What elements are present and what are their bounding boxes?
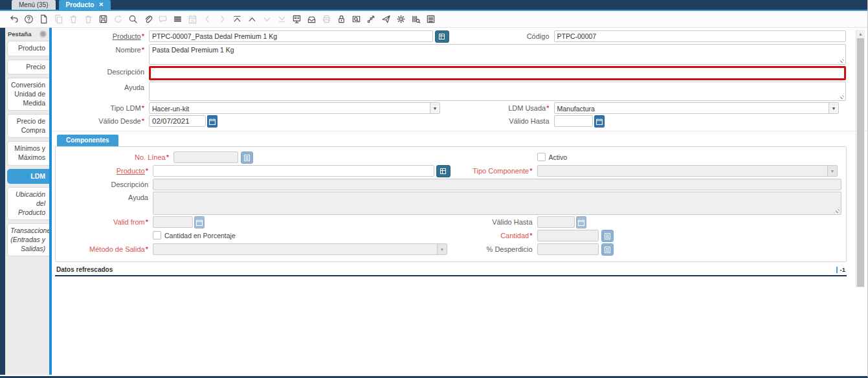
tab-menu[interactable]: Menú (35) (12, 0, 56, 10)
no-linea-label: No. Línea* (56, 151, 173, 161)
window-tab-bar: Menú (35) Producto ✕ (0, 0, 867, 11)
cantidad-porcentaje-checkbox[interactable] (153, 231, 161, 239)
scroll-up-arrow-icon[interactable]: ▲ (856, 30, 865, 38)
archive-icon[interactable] (306, 14, 317, 25)
sidebar-items: ProductoPrecioConversión Unidad de Medid… (5, 41, 49, 256)
record-info-button[interactable] (435, 30, 449, 43)
status-separator (836, 267, 838, 273)
tab-sidebar: Pestaña ProductoPrecioConversión Unidad … (5, 28, 49, 375)
find-icon[interactable] (128, 14, 138, 25)
status-bar: Datos refrescados -1 (55, 265, 847, 276)
tipo-componente-label: Tipo Componente* (451, 165, 537, 175)
row-comp-descripcion: Descripción (56, 179, 846, 190)
chevron-down-icon[interactable]: ▼ (430, 103, 440, 113)
tab-producto[interactable]: Producto ✕ (59, 0, 111, 10)
copy-record-icon (53, 14, 63, 25)
calculator-icon (605, 233, 610, 239)
comp-producto-input[interactable] (153, 165, 434, 177)
chevron-down-icon: ▼ (827, 166, 837, 176)
toolbar: 31 (0, 11, 867, 28)
new-record-icon[interactable] (38, 14, 49, 25)
sidebar-header: Pestaña (5, 29, 49, 41)
comp-ayuda-label: Ayuda (56, 192, 153, 201)
comp-descripcion-label: Descripción (56, 179, 153, 188)
sidebar-item-transacciones-entradas-y-salidas[interactable]: Transacciones (Entradas y Salidas) (7, 223, 49, 256)
product-info-icon[interactable] (410, 14, 421, 25)
comp-valido-hasta-calendar-button (576, 216, 586, 228)
preferences-icon[interactable] (395, 14, 406, 25)
save-icon[interactable] (98, 14, 108, 25)
ldm-usada-label: LDM Usada* (449, 102, 554, 112)
previous-record-icon (202, 14, 212, 25)
calendar-icon (596, 118, 603, 125)
workflow-icon[interactable] (366, 14, 376, 25)
sidebar-item-precio-de-compra[interactable]: Precio de Compra (7, 114, 49, 138)
application-window: Menú (35) Producto ✕ 31 Pestaña Producto… (0, 0, 868, 378)
tipo-ldm-select[interactable]: Hacer-un-kit ▼ (149, 102, 440, 114)
activo-checkbox[interactable] (537, 153, 546, 161)
producto-input[interactable] (149, 30, 433, 42)
next-record-icon (217, 14, 227, 25)
sidebar-item-minimos-y-maximos[interactable]: Mínimos y Máximos (7, 141, 49, 165)
valid-from-label: Valid from* (56, 216, 153, 226)
codigo-input[interactable] (554, 30, 847, 42)
sidebar-item-ubicacion-del-producto[interactable]: Ubicación del Producto (7, 187, 49, 220)
sidebar-title: Pestaña (8, 30, 31, 38)
row-validfrom-validohasta: Valid from* Válido Hasta (56, 216, 846, 228)
componentes-area: Componentes No. Línea* (52, 131, 867, 262)
calendar-icon (196, 219, 203, 226)
delete-record-icon (68, 14, 78, 25)
comp-valido-hasta-input (537, 216, 575, 228)
nombre-textarea[interactable]: Pasta Dedal Premium 1 Kg (149, 44, 846, 65)
tab-componentes[interactable]: Componentes (57, 135, 118, 146)
valido-hasta-input[interactable] (554, 115, 593, 127)
row-metodo-desperdicio: Método de Salida* ▼ % Desperdicio (56, 243, 846, 256)
record-log-icon[interactable] (172, 14, 183, 25)
form-content: Producto* Código Nombre* Pasta Dedal Pre… (52, 28, 867, 375)
help-icon[interactable] (23, 14, 34, 25)
row-nombre: Nombre* Pasta Dedal Premium 1 Kg (52, 44, 867, 65)
ayuda-label: Ayuda (52, 82, 149, 91)
porcentaje-label-spacer (56, 230, 153, 232)
grid-toggle-icon[interactable] (291, 14, 302, 25)
sidebar-item-precio[interactable]: Precio (7, 60, 49, 75)
close-icon[interactable]: ✕ (98, 2, 104, 8)
descripcion-label: Descripción (52, 66, 149, 76)
scrollbar-thumb[interactable] (857, 38, 864, 287)
status-message: Datos refrescados (56, 266, 113, 273)
valido-desde-label: Válido Desde* (52, 115, 149, 125)
descripcion-input[interactable] (149, 66, 846, 80)
row-ayuda: Ayuda (52, 82, 867, 101)
collapse-sidebar-button[interactable] (39, 30, 47, 38)
valido-desde-input[interactable] (149, 115, 206, 127)
activo-label: Activo (549, 151, 568, 161)
chevron-down-icon[interactable]: ▼ (829, 103, 838, 113)
share-icon[interactable] (381, 14, 391, 25)
delete-selection-icon (83, 14, 93, 25)
up-record-icon[interactable] (247, 14, 257, 25)
comp-record-info-button[interactable] (436, 165, 451, 177)
vertical-scrollbar[interactable]: ▲ (856, 30, 865, 287)
ldm-usada-select[interactable]: Manufactura ▼ (554, 102, 840, 114)
requests-icon: 31 (187, 14, 197, 25)
ayuda-textarea[interactable] (149, 82, 846, 101)
parent-record-icon[interactable] (232, 14, 242, 25)
private-lock-icon[interactable] (336, 14, 346, 25)
comp-producto-label: Producto* (56, 165, 153, 175)
valido-desde-calendar-button[interactable] (207, 115, 217, 128)
row-tipoldm-ldmusada: Tipo LDM* Hacer-un-kit ▼ LDM Usada* Manu… (52, 102, 867, 114)
zoom-across-icon[interactable] (351, 14, 361, 25)
cantidad-label: Cantidad* (451, 230, 537, 239)
comp-ayuda-textarea (153, 192, 841, 215)
valido-hasta-calendar-button[interactable] (594, 115, 605, 128)
undo-icon[interactable] (8, 14, 19, 25)
tab-producto-label: Producto (66, 1, 95, 8)
no-linea-input (173, 151, 238, 163)
sidebar-item-conversion-unidad-de-medida[interactable]: Conversión Unidad de Medida (7, 78, 49, 111)
report-icon[interactable] (425, 14, 436, 25)
left-edge-strip (0, 28, 5, 375)
nombre-label: Nombre* (52, 44, 149, 54)
attachment-icon[interactable] (142, 14, 153, 25)
sidebar-item-producto[interactable]: Producto (7, 41, 49, 56)
sidebar-item-ldm[interactable]: LDM (7, 169, 49, 184)
